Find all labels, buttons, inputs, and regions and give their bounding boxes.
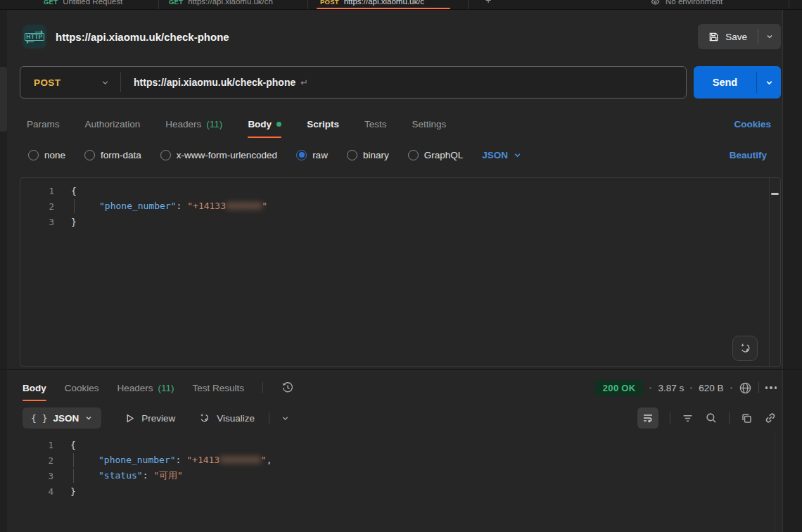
- workspace-tab-2[interactable]: GET https://api.xiaomu.uk/ch: [169, 0, 273, 8]
- wrap-text-button[interactable]: [637, 407, 658, 429]
- chevron-down-icon: [765, 78, 774, 87]
- url-bar: POST https://api.xiaomu.uk/check-phone ↵: [20, 66, 687, 99]
- radio-binary[interactable]: binary: [347, 150, 389, 160]
- save-button[interactable]: Save: [698, 24, 758, 49]
- response-size[interactable]: 620 B: [699, 383, 723, 393]
- more-actions-button[interactable]: [765, 386, 777, 389]
- environment-selector[interactable]: No environment: [651, 0, 723, 8]
- tab-params[interactable]: Params: [27, 110, 60, 138]
- scrollbar-thumb[interactable]: [771, 193, 779, 195]
- code-line: 3 }: [20, 214, 780, 229]
- radio-urlencoded[interactable]: x-www-form-urlencoded: [160, 150, 277, 160]
- tab-settings[interactable]: Settings: [412, 110, 446, 138]
- indent-guide: [73, 453, 98, 467]
- editor-scrollbar[interactable]: [775, 433, 775, 532]
- chevron-down-icon: [513, 151, 522, 160]
- tab-authorization[interactable]: Authorization: [85, 110, 141, 138]
- response-tab-headers[interactable]: Headers (11): [117, 374, 174, 401]
- code-text: }: [71, 217, 77, 227]
- window-right-gutter: [782, 10, 802, 532]
- sidebar-drag-handle[interactable]: [0, 67, 7, 132]
- radio-label: form-data: [101, 150, 141, 160]
- code-text: {: [71, 186, 77, 196]
- beautify-link[interactable]: Beautify: [730, 142, 767, 167]
- radio-label: x-www-form-urlencoded: [177, 150, 277, 160]
- save-button-group: Save: [698, 24, 781, 49]
- status-badge[interactable]: 200 OK: [595, 380, 644, 396]
- tab-label: Authorization: [85, 119, 141, 129]
- tab-scripts[interactable]: Scripts: [307, 110, 339, 138]
- link-icon: [764, 412, 777, 424]
- tab-label: https://api.xiaomu.uk/c: [344, 0, 424, 6]
- radio-graphql[interactable]: GraphQL: [408, 150, 464, 160]
- visualize-button[interactable]: Visualize: [198, 412, 255, 424]
- tab-label: Scripts: [307, 119, 339, 129]
- code-line: 1 {: [20, 183, 780, 198]
- radio-circle: [408, 150, 419, 160]
- environment-label: No environment: [666, 0, 723, 6]
- copy-button[interactable]: [741, 412, 753, 424]
- workspace-tab-1[interactable]: GET Untitled Request: [44, 0, 122, 8]
- response-time[interactable]: 3.87 s: [658, 383, 684, 393]
- filter-button[interactable]: [682, 412, 694, 424]
- network-info-button[interactable]: [739, 381, 752, 395]
- globe-icon: [739, 381, 752, 395]
- send-button[interactable]: Send: [694, 66, 756, 99]
- visualize-label: Visualize: [217, 413, 255, 424]
- response-tab-body[interactable]: Body: [23, 374, 46, 401]
- postbot-assistant-button[interactable]: [732, 336, 758, 361]
- request-body-editor[interactable]: 1 { 2 "phone_number": "+141330000000" 3 …: [20, 177, 781, 367]
- clock-history-icon: [281, 381, 294, 394]
- url-text: https://api.xiaomu.uk/check-phone: [134, 77, 295, 88]
- response-body-viewer[interactable]: 1 { 2 "phone_number": "+141300000000", 3…: [20, 433, 781, 532]
- response-toolbar: { } JSON Preview Visualize: [23, 406, 777, 430]
- visualize-options-button[interactable]: [281, 414, 290, 423]
- response-view-tools: [637, 407, 777, 429]
- sidebar-collapsed-edge: [0, 10, 7, 532]
- code-line: 3 "status": "可用": [20, 468, 781, 483]
- tab-label: Untitled Request: [63, 0, 122, 6]
- response-tab-cookies[interactable]: Cookies: [65, 374, 99, 401]
- json-key: "phone_number": [99, 201, 177, 211]
- code-line: 2 "phone_number": "+141330000000": [20, 198, 780, 214]
- tab-tests[interactable]: Tests: [364, 110, 387, 138]
- tab-body[interactable]: Body: [248, 110, 281, 138]
- json-value: "+14133: [187, 201, 226, 211]
- language-selector[interactable]: JSON: [482, 150, 522, 160]
- format-label: JSON: [53, 413, 79, 424]
- radio-circle: [84, 150, 95, 160]
- method-selector[interactable]: POST: [20, 67, 120, 98]
- tab-label: Tests: [364, 119, 387, 129]
- json-value: ": [261, 455, 267, 465]
- url-input[interactable]: https://api.xiaomu.uk/check-phone ↵: [121, 67, 686, 98]
- radio-raw[interactable]: raw: [296, 150, 328, 160]
- link-button[interactable]: [764, 412, 777, 424]
- tab-headers[interactable]: Headers (11): [165, 110, 222, 138]
- save-options-button[interactable]: [758, 24, 781, 49]
- body-type-row: none form-data x-www-form-urlencoded raw…: [28, 142, 522, 167]
- tab-method-badge: GET: [169, 0, 183, 6]
- tab-divider: [307, 0, 308, 10]
- cookies-link[interactable]: Cookies: [734, 110, 771, 138]
- search-button[interactable]: [705, 412, 718, 424]
- radio-form-data[interactable]: form-data: [84, 150, 141, 160]
- response-tab-test-results[interactable]: Test Results: [193, 374, 245, 401]
- request-header: HTTP https://api.xiaomu.uk/check-phone S…: [7, 21, 781, 52]
- response-format-selector[interactable]: { } JSON: [23, 407, 101, 429]
- radio-label: raw: [312, 150, 328, 160]
- chevron-down-icon: [84, 414, 93, 422]
- response-history-button[interactable]: [281, 374, 294, 401]
- radio-none[interactable]: none: [28, 150, 65, 160]
- preview-button[interactable]: Preview: [125, 413, 175, 424]
- new-tab-button[interactable]: +: [485, 0, 491, 6]
- response-tab-bar: Body Cookies Headers (11) Test Results: [23, 374, 294, 401]
- code-line: 1 {: [20, 437, 781, 452]
- active-tab-underline: [317, 8, 450, 9]
- radio-circle-selected: [296, 150, 307, 160]
- editor-scrollbar[interactable]: [769, 178, 780, 366]
- json-value: "可用": [153, 470, 183, 481]
- headers-count: (11): [206, 119, 222, 129]
- code-punctuation: :: [176, 455, 187, 465]
- section-divider[interactable]: [0, 369, 802, 370]
- send-options-button[interactable]: [757, 66, 781, 99]
